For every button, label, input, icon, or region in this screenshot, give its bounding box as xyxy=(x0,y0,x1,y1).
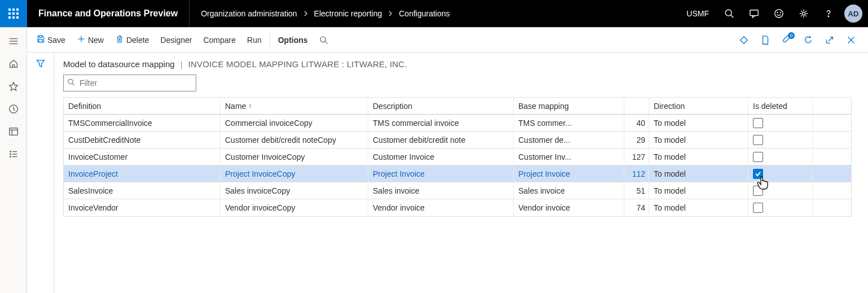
cell-definition[interactable]: InvoiceProject xyxy=(64,165,221,182)
cell-name[interactable]: Vendor invoiceCopy xyxy=(221,199,368,216)
workspaces-button[interactable] xyxy=(0,120,27,143)
cell-definition[interactable]: SalesInvoice xyxy=(64,182,221,199)
cell-description[interactable]: Customer Invoice xyxy=(368,148,514,165)
cell-base-mapping[interactable]: Sales invoice xyxy=(514,182,624,199)
checkbox[interactable] xyxy=(753,118,763,128)
table-row[interactable]: CustDebitCreditNoteCustomer debit/credit… xyxy=(64,132,851,148)
col-name[interactable]: Name↑ xyxy=(221,98,368,114)
cell-name[interactable]: Sales invoiceCopy xyxy=(221,182,368,199)
col-base-mapping[interactable]: Base mapping xyxy=(514,98,624,114)
app-launcher-button[interactable] xyxy=(0,0,27,27)
cell-base-mapping[interactable]: Vendor invoice xyxy=(514,199,624,216)
checkbox[interactable] xyxy=(753,169,763,179)
compare-button[interactable]: Compare xyxy=(197,32,241,48)
filter-pane-toggle[interactable] xyxy=(27,53,54,293)
cell-is-deleted[interactable] xyxy=(748,199,813,216)
cell-base-count[interactable]: 74 xyxy=(624,199,649,216)
checkbox[interactable] xyxy=(753,152,763,162)
col-base-count[interactable] xyxy=(624,98,649,114)
cell-base-count[interactable]: 40 xyxy=(624,115,649,131)
col-description[interactable]: Description xyxy=(368,98,514,114)
cell-is-deleted[interactable] xyxy=(748,165,813,182)
cell-direction[interactable]: To model xyxy=(649,132,748,148)
cell-definition[interactable]: CustDebitCreditNote xyxy=(64,132,221,148)
cell-description[interactable]: TMS commercial invoice xyxy=(368,115,514,131)
new-label: New xyxy=(88,36,104,45)
table-row[interactable]: InvoiceVendorVendor invoiceCopyVendor in… xyxy=(64,199,851,216)
cell-is-deleted[interactable] xyxy=(748,182,813,199)
cell-is-deleted[interactable] xyxy=(748,115,813,131)
close-button[interactable] xyxy=(842,31,860,49)
breadcrumb-item[interactable]: Electronic reporting xyxy=(314,9,382,18)
cell-description[interactable]: Vendor invoice xyxy=(368,199,514,216)
breadcrumb-item[interactable]: Organization administration xyxy=(201,9,297,18)
diamond-button[interactable] xyxy=(735,31,753,49)
options-button[interactable]: Options xyxy=(272,32,314,48)
cell-base-mapping[interactable]: Customer Inv... xyxy=(514,148,624,165)
notifications-button[interactable] xyxy=(742,0,766,27)
table-row[interactable]: InvoiceCustomerCustomer InvoiceCopyCusto… xyxy=(64,148,851,165)
cell-base-count[interactable]: 29 xyxy=(624,132,649,148)
cell-direction[interactable]: To model xyxy=(649,115,748,131)
cell-is-deleted[interactable] xyxy=(748,132,813,148)
help-button[interactable] xyxy=(816,0,841,27)
cell-description[interactable]: Project Invoice xyxy=(368,165,514,182)
cell-name[interactable]: Customer debit/credit noteCopy xyxy=(221,132,368,148)
cell-direction[interactable]: To model xyxy=(649,165,748,182)
table-row[interactable]: InvoiceProjectProject InvoiceCopyProject… xyxy=(64,165,851,182)
col-definition[interactable]: Definition xyxy=(64,98,221,114)
svg-rect-6 xyxy=(8,16,11,19)
cell-base-mapping[interactable]: Project Invoice xyxy=(514,165,624,182)
feedback-button[interactable] xyxy=(766,0,791,27)
cell-direction[interactable]: To model xyxy=(649,199,748,216)
checkbox[interactable] xyxy=(753,135,763,145)
favorites-button[interactable] xyxy=(0,75,27,98)
cell-definition[interactable]: TMSCommercialInvoice xyxy=(64,115,221,131)
cell-base-mapping[interactable]: Customer de... xyxy=(514,132,624,148)
avatar[interactable]: AD xyxy=(844,5,862,23)
table-row[interactable]: TMSCommercialInvoiceCommercial invoiceCo… xyxy=(64,115,851,132)
settings-button[interactable] xyxy=(791,0,816,27)
refresh-button[interactable] xyxy=(799,31,817,49)
cell-name[interactable]: Project InvoiceCopy xyxy=(221,165,368,182)
new-button[interactable]: New xyxy=(71,31,109,49)
document-button[interactable] xyxy=(756,31,774,49)
cell-direction[interactable]: To model xyxy=(649,182,748,199)
cell-definition[interactable]: InvoiceCustomer xyxy=(64,148,221,165)
cell-name[interactable]: Commercial invoiceCopy xyxy=(221,115,368,131)
table-row[interactable]: SalesInvoiceSales invoiceCopySales invoi… xyxy=(64,182,851,199)
modules-button[interactable] xyxy=(0,143,27,165)
recent-button[interactable] xyxy=(0,98,27,120)
save-button[interactable]: Save xyxy=(30,31,71,49)
attachments-button[interactable] xyxy=(778,31,796,49)
cell-definition[interactable]: InvoiceVendor xyxy=(64,199,221,216)
company-code[interactable]: USMF xyxy=(678,9,717,18)
checkbox[interactable] xyxy=(753,203,763,213)
cell-base-count[interactable]: 127 xyxy=(624,148,649,165)
checkbox[interactable] xyxy=(753,186,763,196)
run-button[interactable]: Run xyxy=(241,32,267,48)
col-is-deleted[interactable]: Is deleted xyxy=(748,98,813,114)
filter-input[interactable] xyxy=(63,75,196,91)
breadcrumb-item[interactable]: Configurations xyxy=(399,9,450,18)
cell-description[interactable]: Sales invoice xyxy=(368,182,514,199)
toolbar-search-button[interactable] xyxy=(314,32,334,48)
designer-button[interactable]: Designer xyxy=(155,32,197,48)
cell-description[interactable]: Customer debit/credit note xyxy=(368,132,514,148)
cell-is-deleted[interactable] xyxy=(748,148,813,165)
svg-point-36 xyxy=(320,37,326,42)
cell-base-count[interactable]: 112 xyxy=(624,165,649,182)
hamburger-button[interactable] xyxy=(0,30,27,53)
cell-base-mapping[interactable]: TMS commer... xyxy=(514,115,624,131)
chevron-right-icon xyxy=(387,11,393,16)
cell-name[interactable]: Customer InvoiceCopy xyxy=(221,148,368,165)
home-button[interactable] xyxy=(0,53,27,75)
cell-base-count[interactable]: 51 xyxy=(624,182,649,199)
popout-button[interactable] xyxy=(821,31,839,49)
diamond-icon xyxy=(739,35,749,45)
cell-direction[interactable]: To model xyxy=(649,148,748,165)
col-direction[interactable]: Direction xyxy=(649,98,748,114)
delete-button[interactable]: Delete xyxy=(109,31,155,49)
search-button[interactable] xyxy=(717,0,742,27)
close-icon xyxy=(846,35,856,45)
